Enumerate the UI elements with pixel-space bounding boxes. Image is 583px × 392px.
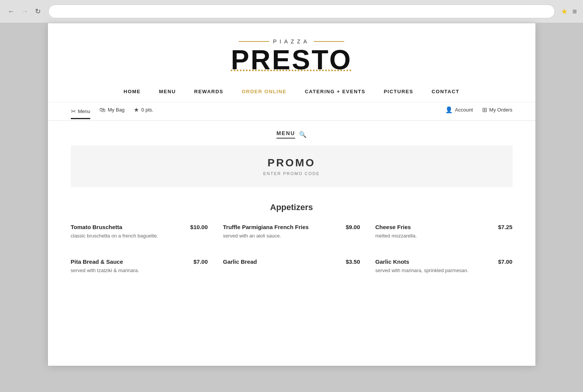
subnav-bag-label: My Bag: [108, 107, 125, 113]
menu-item-desc: served with tzatziki & marinara.: [71, 267, 208, 274]
nav-contact[interactable]: CONTACT: [431, 89, 459, 94]
refresh-button[interactable]: ↻: [34, 6, 42, 17]
menu-item-name: Garlic Knots: [375, 258, 494, 265]
subnav-menu-label: Menu: [78, 108, 91, 114]
subnav-points-label: 0 pts.: [141, 107, 153, 113]
back-button[interactable]: ←: [6, 6, 16, 17]
menu-item-header: Garlic Bread $3.50: [223, 258, 360, 265]
logo-area: PIAZZA PRESTO: [48, 23, 535, 81]
menu-item-header: Garlic Knots $7.00: [375, 258, 513, 265]
menu-item-price: $7.00: [498, 258, 513, 265]
nav-pictures[interactable]: PICTURES: [384, 89, 414, 94]
menu-item-price: $3.50: [346, 258, 360, 265]
search-icon[interactable]: 🔍: [299, 131, 307, 138]
menu-item-name: Tomato Bruschetta: [71, 224, 187, 230]
subnav-points[interactable]: ★ 0 pts.: [134, 106, 153, 116]
promo-box[interactable]: PROMO ENTER PROMO CODE: [71, 145, 513, 187]
menu-item[interactable]: Pita Bread & Sauce $7.00 served with tza…: [71, 258, 208, 282]
menu-item[interactable]: Garlic Knots $7.00 served with marinara,…: [375, 258, 513, 282]
forward-button[interactable]: →: [20, 6, 30, 17]
menu-item[interactable]: Garlic Bread $3.50: [223, 258, 360, 282]
appetizers-section: Appetizers Tomato Bruschetta $10.00 clas…: [48, 191, 535, 293]
scissors-icon: ✂: [71, 108, 76, 115]
menu-item-price: $10.00: [190, 224, 208, 230]
menu-grid: Tomato Bruschetta $10.00 classic brusche…: [71, 224, 513, 282]
menu-item-price: $7.00: [193, 258, 208, 265]
menu-item-name: Garlic Bread: [223, 258, 342, 265]
nav-home[interactable]: HOME: [124, 89, 141, 94]
browser-actions: ★ ≡: [561, 7, 577, 16]
browser-menu-icon[interactable]: ≡: [572, 7, 577, 16]
menu-item-desc: melted mozzarella.: [375, 233, 513, 239]
page-content: PIAZZA PRESTO HOME MENU REWARDS ORDER ON…: [48, 23, 535, 366]
menu-item-desc: served with an aioli sauce.: [223, 233, 360, 239]
menu-item-header: Cheese Fries $7.25: [375, 224, 513, 230]
menu-item-name: Pita Bread & Sauce: [71, 258, 190, 265]
logo-line-right: [314, 41, 344, 42]
promo-subtitle: ENTER PROMO CODE: [78, 171, 505, 176]
nav-order-online[interactable]: ORDER ONLINE: [242, 89, 287, 94]
presto-text[interactable]: PRESTO: [231, 46, 352, 73]
menu-item[interactable]: Cheese Fries $7.25 melted mozzarella.: [375, 224, 513, 247]
sub-nav-left: ✂ Menu 🛍 My Bag ★ 0 pts.: [71, 106, 153, 116]
orders-icon: ⊞: [482, 106, 487, 113]
subnav-bag[interactable]: 🛍 My Bag: [99, 107, 125, 116]
menu-item-header: Pita Bread & Sauce $7.00: [71, 258, 208, 265]
sub-nav: ✂ Menu 🛍 My Bag ★ 0 pts. 👤 Account ⊞ My …: [48, 102, 535, 121]
subnav-orders-label: My Orders: [489, 107, 513, 113]
menu-item-price: $7.25: [498, 224, 513, 230]
menu-item-name: Truffle Parmigiana French Fries: [223, 224, 342, 230]
nav-catering[interactable]: CATERING + EVENTS: [305, 89, 365, 94]
subnav-menu[interactable]: ✂ Menu: [71, 108, 91, 119]
menu-item-header: Tomato Bruschetta $10.00: [71, 224, 208, 230]
nav-menu[interactable]: MENU: [159, 89, 176, 94]
address-bar[interactable]: [48, 5, 555, 18]
menu-title: MENU: [276, 130, 295, 139]
main-nav: HOME MENU REWARDS ORDER ONLINE CATERING …: [48, 81, 535, 102]
subnav-account[interactable]: 👤 Account: [445, 106, 473, 116]
subnav-orders[interactable]: ⊞ My Orders: [482, 106, 513, 116]
menu-item-price: $9.00: [346, 224, 360, 230]
appetizers-title: Appetizers: [71, 202, 513, 212]
menu-item-desc: classic bruschetta on a french baguette.: [71, 233, 208, 239]
menu-item-desc: served with marinara, sprinkled parmesan…: [375, 267, 513, 274]
browser-chrome: ← → ↻ ★ ≡: [0, 0, 583, 23]
sub-nav-right: 👤 Account ⊞ My Orders: [445, 106, 513, 116]
menu-item-name: Cheese Fries: [375, 224, 494, 230]
menu-item[interactable]: Truffle Parmigiana French Fries $9.00 se…: [223, 224, 360, 247]
menu-item[interactable]: Tomato Bruschetta $10.00 classic brusche…: [71, 224, 208, 247]
logo-line-left: [239, 41, 269, 42]
account-icon: 👤: [445, 106, 453, 113]
subnav-account-label: Account: [455, 107, 473, 113]
bag-icon: 🛍: [99, 107, 105, 113]
bookmark-icon[interactable]: ★: [561, 7, 568, 16]
browser-nav: ← → ↻: [6, 6, 42, 17]
piazza-text: PIAZZA: [273, 38, 310, 45]
logo-piazza: PIAZZA: [56, 38, 528, 45]
promo-title: PROMO: [78, 157, 505, 169]
menu-header: MENU 🔍: [48, 121, 535, 142]
menu-item-header: Truffle Parmigiana French Fries $9.00: [223, 224, 360, 230]
star-rewards-icon: ★: [134, 106, 139, 113]
nav-rewards[interactable]: REWARDS: [194, 89, 224, 94]
